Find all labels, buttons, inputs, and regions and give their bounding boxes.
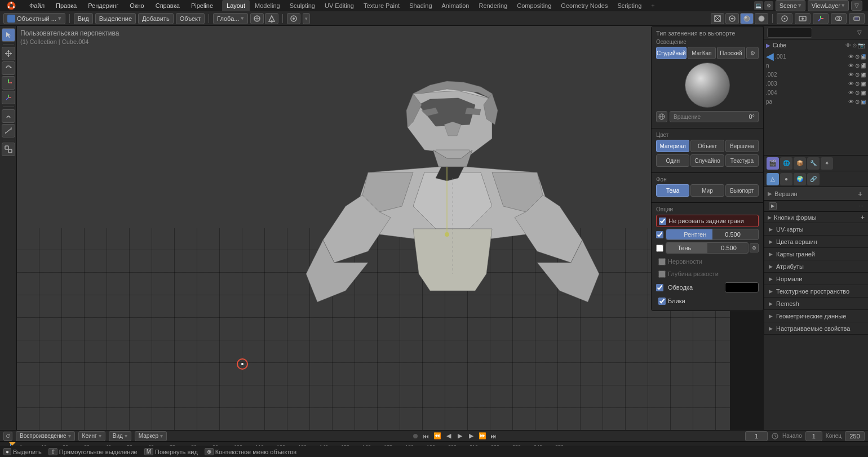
tool-add[interactable] (2, 143, 15, 156)
prop-row-texspace[interactable]: ▶Текстурное пространство (764, 285, 868, 298)
color-vertex-btn[interactable]: Вершина (725, 140, 759, 152)
tab-shading[interactable]: Shading (405, 0, 436, 11)
prop-icon-material[interactable]: ● (780, 173, 792, 185)
tool-transform[interactable] (2, 91, 15, 104)
select-menu[interactable]: Выделение (95, 13, 136, 24)
current-frame-display[interactable]: 1 (745, 431, 768, 441)
prop-icon-scene[interactable]: 🎬 (767, 157, 779, 170)
prop-icon-data[interactable]: △ (767, 173, 779, 185)
backface-culling-check[interactable] (659, 218, 666, 225)
jump-start-btn[interactable]: ⏮ (421, 431, 431, 441)
prop-dots[interactable]: ··· (859, 203, 863, 209)
viewport-options-btn[interactable] (777, 13, 792, 24)
tab-compositing[interactable]: Compositing (512, 0, 556, 11)
menu-help[interactable]: Справка (153, 1, 182, 10)
next-frame-btn[interactable]: ⏩ (477, 431, 488, 441)
bg-theme-btn[interactable]: Тема (656, 184, 689, 197)
tool-annotate[interactable] (2, 109, 15, 123)
prop-icon-object[interactable]: 📦 (794, 157, 806, 170)
color-material-btn[interactable]: Материал (656, 140, 689, 152)
outline-color-swatch[interactable] (725, 282, 759, 292)
tool-measure[interactable] (2, 124, 15, 137)
menu-pipeline[interactable]: Pipeline (189, 1, 215, 10)
outliner-search[interactable] (767, 28, 812, 38)
globe-icon[interactable] (656, 111, 667, 122)
view-layer-selector[interactable]: ViewLayer ▾ (808, 0, 849, 11)
view-menu[interactable]: Вид (74, 13, 93, 24)
prop-icon-scene-data[interactable]: 🌐 (780, 157, 792, 170)
render-btn[interactable] (795, 13, 811, 24)
menu-render[interactable]: Рендеринг (86, 1, 121, 10)
tool-scale[interactable] (2, 76, 15, 90)
prop-row-uvmaps[interactable]: ▶UV-карты (764, 223, 868, 236)
shading-wire-btn[interactable] (711, 13, 768, 24)
color-texture-btn[interactable]: Текстура (725, 154, 759, 167)
tab-sculpting[interactable]: Sculpting (285, 0, 320, 11)
add-menu[interactable]: Добавить (138, 13, 174, 24)
timeline-ruler[interactable]: 1 10 20 30 40 50 60 70 80 90 100 110 120… (0, 442, 868, 446)
end-frame-value[interactable]: 250 (845, 431, 865, 441)
mode-dropdown[interactable]: Объектный ... ▾ (3, 13, 65, 24)
tab-scripting[interactable]: Scripting (613, 0, 646, 11)
color-single-btn[interactable]: Один (656, 154, 689, 167)
matcap-preview[interactable] (685, 63, 730, 108)
prop-row-normals[interactable]: ▶Нормали (764, 273, 868, 285)
proportional-dropdown[interactable]: ▾ (303, 13, 310, 24)
rotation-field[interactable]: Вращение 0° (670, 111, 759, 122)
xray-check[interactable] (656, 231, 663, 238)
play-btn[interactable]: ▶ (455, 431, 465, 441)
prop-add-btn[interactable]: + (856, 189, 865, 198)
menu-file[interactable]: Файл (27, 1, 47, 10)
outline-check[interactable] (656, 284, 663, 291)
lighting-flat-btn[interactable]: Плоский (717, 47, 745, 59)
playback-dropdown[interactable]: Воспроизведение ▾ (16, 431, 75, 441)
menu-edit[interactable]: Правка (54, 1, 79, 10)
outliner-filter-btn[interactable]: ▽ (854, 28, 865, 38)
color-object-btn[interactable]: Объект (690, 140, 724, 152)
cavity-check[interactable] (658, 258, 666, 265)
prop-row-shape[interactable]: ▶ Кнопки формы + (764, 212, 868, 223)
tab-uv-editing[interactable]: UV Editing (320, 0, 358, 11)
tab-texture-paint[interactable]: Texture Paint (359, 0, 404, 11)
start-frame-value[interactable]: 1 (805, 431, 822, 441)
selectability-icon[interactable]: ⊙ (852, 42, 857, 48)
lighting-studio-btn[interactable]: Студийный (656, 47, 687, 59)
tool-rotate[interactable] (2, 61, 15, 75)
keying-dropdown[interactable]: Кеинг ▾ (78, 431, 105, 441)
outliner-item-scene[interactable]: ▶ Cube 👁 ⊙ 📷 (764, 39, 868, 51)
prop-row-remesh[interactable]: ▶Remesh (764, 298, 868, 310)
menu-window[interactable]: Окно (127, 1, 147, 10)
filter-icon[interactable]: ▽ (851, 1, 862, 11)
render-icon[interactable]: 📷 (858, 42, 865, 48)
shadow-slider[interactable]: Тень 0.500 (666, 242, 749, 254)
prop-row-geodata[interactable]: ▶Геометрические данные (764, 310, 868, 322)
prop-row-vcols[interactable]: ▶Цвета вершин (764, 236, 868, 248)
tab-geometry-nodes[interactable]: Geometry Nodes (556, 0, 612, 11)
scene-selector[interactable]: Scene ▾ (776, 0, 805, 11)
tab-add[interactable]: + (646, 0, 659, 11)
gizmo-btn[interactable] (813, 13, 829, 24)
color-random-btn[interactable]: Случайно (690, 154, 724, 167)
jump-end-btn[interactable]: ⏭ (489, 431, 499, 441)
tab-animation[interactable]: Animation (437, 0, 474, 11)
specular-check[interactable] (658, 298, 666, 305)
prop-icon-particles[interactable]: ✦ (821, 157, 833, 170)
timeline-mode-icon[interactable]: ⏱ (3, 432, 12, 441)
prop-add-shape[interactable]: + (861, 214, 865, 221)
main-viewport[interactable]: Пользовательская перспектива (1) Collect… (17, 26, 730, 430)
prop-icon-world[interactable]: 🌍 (794, 173, 806, 185)
tab-rendering[interactable]: Rendering (474, 0, 512, 11)
visibility-icon[interactable]: 👁 (845, 42, 851, 48)
prop-expand-btn[interactable]: ▶ (769, 202, 777, 210)
shadow-settings[interactable]: ⚙ (750, 243, 759, 252)
app-icon[interactable] (5, 1, 18, 11)
tab-layout[interactable]: Layout (222, 0, 250, 11)
prop-icon-constraint[interactable]: 🔗 (807, 173, 820, 185)
lighting-settings-btn[interactable]: ⚙ (746, 47, 759, 59)
prop-icon-modifier[interactable]: 🔧 (807, 157, 820, 170)
proportional-btn[interactable] (287, 13, 300, 24)
marker-dropdown[interactable]: Маркер ▾ (135, 431, 167, 441)
tool-select[interactable] (2, 28, 15, 42)
xray-btn[interactable] (849, 13, 865, 24)
next-keyframe-btn[interactable]: ▶ (466, 431, 476, 441)
